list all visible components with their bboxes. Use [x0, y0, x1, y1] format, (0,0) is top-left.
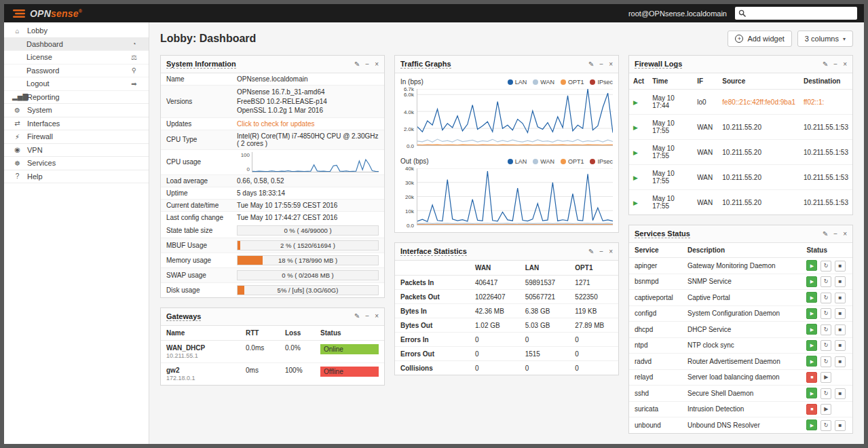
log-time: May 10 17:55 — [648, 115, 693, 140]
service-stop-button[interactable]: ■ — [835, 308, 846, 319]
stop-icon: ■ — [839, 311, 842, 316]
widget-title[interactable]: Gateways — [166, 312, 201, 321]
minimize-widget-button[interactable]: − — [833, 61, 837, 68]
legend-item: LAN — [508, 79, 527, 86]
gateway-ip: 10.211.55.1 — [166, 352, 235, 359]
check-updates-link[interactable]: Click to check for updates — [237, 120, 315, 128]
service-stop-button[interactable]: ■ — [835, 420, 846, 431]
service-running-indicator[interactable]: ▶ — [806, 388, 817, 398]
sidebar-item-reporting[interactable]: ▂▅▇ Reporting — [4, 91, 149, 105]
service-stop-button[interactable]: ■ — [835, 261, 846, 272]
cpu-usage-chart — [252, 152, 379, 172]
sidebar-item-vpn[interactable]: ◉ VPN — [4, 144, 149, 157]
service-stop-button[interactable]: ■ — [835, 293, 846, 303]
service-stopped-indicator[interactable]: ■ — [806, 404, 817, 415]
service-stopped-indicator[interactable]: ■ — [806, 372, 817, 383]
logged-in-user: root@OPNsense.localdomain — [628, 10, 727, 18]
service-restart-button[interactable]: ↻ — [820, 356, 831, 367]
service-restart-button[interactable]: ↻ — [820, 420, 831, 431]
edit-widget-button[interactable]: ✎ — [823, 231, 828, 238]
sidebar-item-lobby[interactable]: ⌂ Lobby — [4, 24, 149, 38]
pass-action-icon[interactable]: ▶ — [633, 149, 638, 156]
search-input[interactable] — [750, 9, 854, 18]
sidebar-item-license[interactable]: ⚖ License — [4, 51, 149, 64]
legend-item: OPT1 — [561, 79, 584, 86]
y-axis-tick: 20k — [405, 194, 414, 200]
service-restart-button[interactable]: ↻ — [820, 276, 831, 287]
service-running-indicator[interactable]: ▶ — [806, 292, 817, 303]
service-stop-button[interactable]: ■ — [835, 388, 846, 399]
edit-widget-button[interactable]: ✎ — [588, 61, 594, 68]
service-running-indicator[interactable]: ▶ — [806, 419, 817, 430]
close-widget-button[interactable]: × — [609, 248, 613, 255]
service-running-indicator[interactable]: ▶ — [806, 308, 817, 319]
minimize-widget-button[interactable]: − — [365, 313, 369, 320]
service-start-button[interactable]: ▶ — [820, 372, 831, 383]
service-running-indicator[interactable]: ▶ — [806, 340, 817, 351]
pass-action-icon[interactable]: ▶ — [633, 200, 638, 206]
firewall-logs-table: Act Time IF Source Destination — [629, 73, 852, 214]
minimize-widget-button[interactable]: − — [599, 248, 603, 255]
widget-title[interactable]: Services Status — [635, 229, 690, 238]
pass-action-icon[interactable]: ▶ — [633, 99, 638, 106]
close-widget-button[interactable]: × — [843, 61, 847, 68]
sidebar-item-dashboard[interactable]: ◔ Dashboard — [4, 38, 149, 52]
service-running-indicator[interactable]: ▶ — [806, 324, 817, 335]
widget-title[interactable]: Interface Statistics — [400, 247, 467, 256]
widget-title[interactable]: Traffic Graphs — [400, 60, 451, 69]
service-stop-button[interactable]: ■ — [835, 324, 846, 335]
sidebar-item-firewall[interactable]: ⚡ Firewall — [4, 130, 149, 144]
top-header: OPNsense® root@OPNsense.localdomain — [4, 4, 864, 22]
sidebar-item-password[interactable]: ⚲ Password — [4, 64, 149, 78]
widget-title[interactable]: Firewall Logs — [635, 60, 682, 69]
service-restart-button[interactable]: ↻ — [820, 388, 831, 399]
service-running-indicator[interactable]: ▶ — [806, 276, 817, 287]
legend-label: WAN — [540, 79, 554, 86]
edit-widget-button[interactable]: ✎ — [354, 313, 360, 320]
add-widget-button[interactable]: + Add widget — [728, 31, 791, 47]
sidebar-item-services[interactable]: ☸ Services — [4, 157, 149, 170]
close-widget-button[interactable]: × — [609, 61, 613, 68]
service-restart-button[interactable]: ↻ — [820, 308, 831, 319]
close-widget-button[interactable]: × — [375, 313, 379, 320]
service-running-indicator[interactable]: ▶ — [806, 260, 817, 271]
minimize-widget-button[interactable]: − — [833, 231, 837, 238]
minimize-widget-button[interactable]: − — [599, 61, 603, 68]
edit-widget-button[interactable]: ✎ — [823, 61, 828, 68]
plus-icon: + — [735, 35, 743, 43]
edit-widget-button[interactable]: ✎ — [354, 61, 360, 68]
legend-dot — [561, 79, 566, 85]
close-widget-button[interactable]: × — [843, 231, 847, 238]
service-restart-button[interactable]: ↻ — [820, 293, 831, 303]
widget-title[interactable]: System Information — [166, 60, 236, 69]
service-running-indicator[interactable]: ▶ — [806, 356, 817, 367]
log-time: May 10 17:44 — [648, 90, 693, 115]
sidebar-item-interfaces[interactable]: ⇄ Interfaces — [4, 117, 149, 131]
service-name: unbound — [629, 417, 682, 433]
service-stop-button[interactable]: ■ — [835, 276, 846, 287]
service-description: System Configuration Daemon — [682, 305, 801, 322]
legend-dot — [533, 159, 538, 164]
minimize-widget-button[interactable]: − — [365, 61, 369, 68]
log-source: 10.211.55.20 — [718, 190, 799, 215]
sidebar-item-help[interactable]: ? Help — [4, 170, 149, 184]
sidebar-item-logout[interactable]: ➡ Logout — [4, 77, 149, 91]
legend-dot — [561, 159, 566, 164]
global-search[interactable] — [735, 7, 857, 20]
sidebar-item-system[interactable]: ⚙ System — [4, 104, 149, 117]
legend-dot — [533, 79, 538, 85]
gear-icon: ⚙ — [12, 107, 22, 114]
service-stop-button[interactable]: ■ — [835, 340, 846, 351]
edit-widget-button[interactable]: ✎ — [588, 248, 594, 255]
service-restart-button[interactable]: ↻ — [820, 324, 831, 335]
close-widget-button[interactable]: × — [375, 61, 379, 68]
columns-select[interactable]: 3 columns ▾ — [797, 31, 853, 47]
service-restart-button[interactable]: ↻ — [820, 261, 831, 272]
legend-item: WAN — [533, 79, 554, 86]
pass-action-icon[interactable]: ▶ — [633, 174, 638, 181]
service-stop-button[interactable]: ■ — [835, 356, 846, 367]
pass-action-icon[interactable]: ▶ — [633, 124, 638, 131]
opnsense-logo[interactable]: OPNsense® — [12, 8, 82, 19]
service-start-button[interactable]: ▶ — [820, 404, 831, 415]
service-restart-button[interactable]: ↻ — [820, 340, 831, 351]
